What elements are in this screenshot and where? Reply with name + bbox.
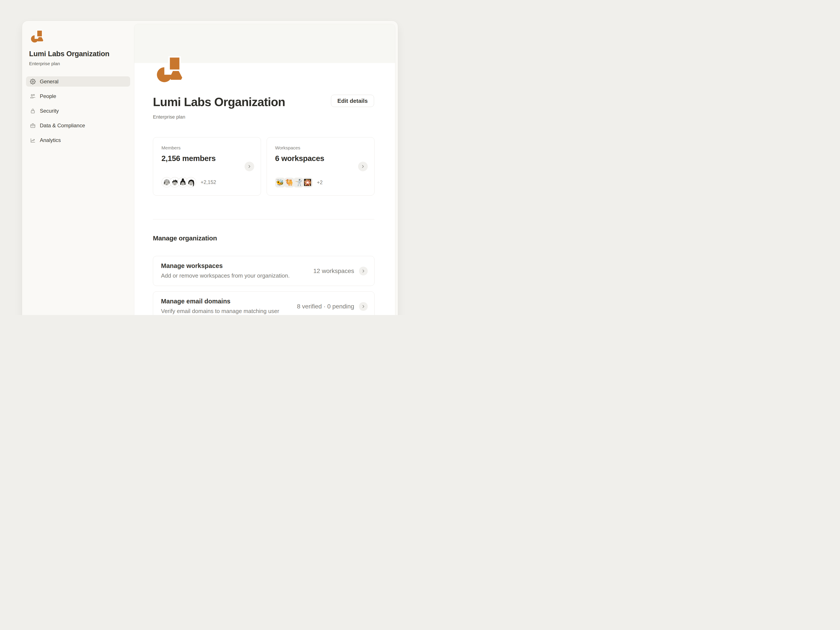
briefcase-icon [30,123,36,128]
members-card-label: Members [161,145,253,150]
sidebar-plan-label: Enterprise plan [29,61,60,66]
sidebar-item-label: Data & Compliance [40,123,85,129]
workspaces-overflow-count: +2 [317,180,323,185]
stat-cards: Members 2,156 members +2,152 Wor [153,137,374,196]
sidebar-item-label: Security [40,108,59,114]
sidebar-item-label: Analytics [40,137,61,143]
settings-window: Lumi Labs Organization Enterprise plan G… [22,21,398,315]
email-domains-status-meta: 8 verified · 0 pending [297,303,354,310]
workspace-tiles: 🐝 🐫 🤺 🎇 [275,178,313,188]
workspaces-card[interactable]: Workspaces 6 workspaces 🐝 🐫 🤺 🎇 +2 [267,137,375,196]
workspace-emoji-tile: 🐝 [275,178,285,188]
members-card[interactable]: Members 2,156 members +2,152 [153,137,261,196]
workspaces-chevron-button[interactable] [358,162,368,171]
edit-details-button[interactable]: Edit details [331,95,374,107]
manage-email-domains-chevron-button[interactable] [359,302,368,311]
workspaces-card-label: Workspaces [275,145,366,150]
sidebar-nav: General People Security Data & Complianc… [26,76,130,150]
workspaces-count: 6 workspaces [275,154,366,163]
workspace-emoji-tile: 🤺 [294,178,303,188]
workspace-emoji-tile: 🐫 [284,178,294,188]
member-avatar [186,177,196,188]
manage-organization-heading: Manage organization [153,235,217,242]
manage-email-domains-row[interactable]: Manage email domains Verify email domain… [153,291,374,315]
members-count: 2,156 members [161,154,253,163]
chevron-right-icon [361,269,366,273]
lock-icon [30,108,36,114]
main-panel: Lumi Labs Organization Enterprise plan E… [134,24,395,315]
sidebar: Lumi Labs Organization Enterprise plan G… [22,21,134,315]
manage-workspaces-chevron-button[interactable] [359,267,368,275]
sidebar-org-name: Lumi Labs Organization [29,50,125,58]
sidebar-item-security[interactable]: Security [26,106,130,116]
members-chevron-button[interactable] [245,162,254,171]
sidebar-item-data-compliance[interactable]: Data & Compliance [26,120,130,131]
chevron-right-icon [361,304,366,309]
manage-workspaces-row[interactable]: Manage workspaces Add or remove workspac… [153,256,374,286]
sidebar-item-label: General [40,79,58,85]
page-title: Lumi Labs Organization [153,95,285,109]
org-logo-icon [31,30,45,43]
users-icon [30,93,36,99]
members-overflow-count: +2,152 [201,179,216,185]
sidebar-item-general[interactable]: General [26,76,130,87]
section-divider [153,219,374,219]
workspaces-count-meta: 12 workspaces [313,267,354,275]
sidebar-item-label: People [40,93,56,99]
workspace-emoji-tile: 🎇 [303,178,313,188]
chevron-right-icon [361,164,365,169]
gear-icon [30,79,36,84]
chevron-right-icon [247,164,251,169]
sidebar-item-people[interactable]: People [26,91,130,101]
org-logo-large [156,56,186,82]
sidebar-item-analytics[interactable]: Analytics [26,135,130,145]
member-avatars [161,177,196,188]
plan-label: Enterprise plan [153,114,185,120]
chart-icon [30,137,36,143]
